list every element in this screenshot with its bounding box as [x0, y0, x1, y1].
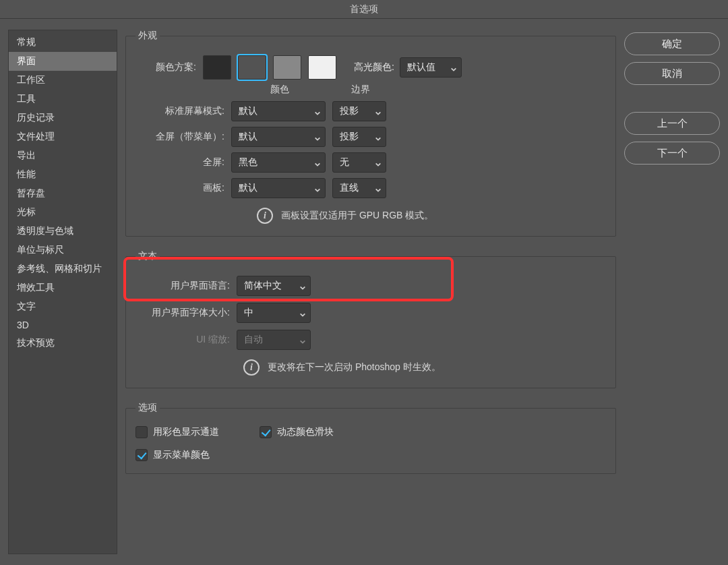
dialog-buttons: 确定 取消 上一个 下一个 [624, 30, 720, 554]
column-header-color: 颜色 [233, 84, 327, 96]
sidebar-item-11[interactable]: 单位与标尺 [9, 241, 117, 260]
options-group: 选项 用彩色显示通道 动态颜色滑块 显示菜单颜色 [125, 402, 616, 474]
ui-scale-label: UI 缩放: [135, 334, 230, 346]
screen-mode-color-value: 默认 [239, 182, 257, 194]
highlight-color-select[interactable]: 默认值 [400, 57, 462, 78]
checkbox-dynamic-sliders-label: 动态颜色滑块 [277, 426, 334, 438]
sidebar-item-6[interactable]: 导出 [9, 146, 117, 165]
ui-font-size-value: 中 [244, 307, 253, 319]
screen-mode-label-2: 全屏: [135, 156, 224, 169]
screen-mode-border-value: 投影 [340, 131, 359, 143]
checkbox-show-menu-colors[interactable]: 显示菜单颜色 [135, 449, 606, 461]
prev-button[interactable]: 上一个 [624, 112, 720, 135]
screen-mode-border-select-1[interactable]: 投影 [332, 127, 386, 147]
ok-button[interactable]: 确定 [624, 32, 720, 55]
sidebar-item-13[interactable]: 增效工具 [9, 278, 117, 297]
highlight-color-label: 高光颜色: [354, 61, 394, 73]
sidebar: 常规界面工作区工具历史记录文件处理导出性能暂存盘光标透明度与色域单位与标尺参考线… [8, 30, 117, 554]
chevron-down-icon [314, 133, 321, 140]
screen-mode-label-1: 全屏（带菜单）: [135, 131, 224, 143]
sidebar-item-3[interactable]: 工具 [9, 90, 117, 109]
sidebar-item-4[interactable]: 历史记录 [9, 109, 117, 127]
screen-mode-color-select-1[interactable]: 默认 [231, 127, 326, 147]
chevron-down-icon [299, 282, 306, 289]
screen-mode-color-value: 默认 [239, 105, 257, 117]
ui-scale-select: 自动 [237, 330, 311, 350]
screen-mode-border-value: 无 [340, 156, 349, 169]
screen-mode-border-select-3[interactable]: 直线 [332, 178, 386, 198]
chevron-down-icon [299, 336, 306, 343]
checkbox-color-channels-label: 用彩色显示通道 [153, 426, 219, 438]
chevron-down-icon [375, 108, 382, 115]
chevron-down-icon [375, 133, 382, 140]
text-info-text: 更改将在下一次启动 Photoshop 时生效。 [268, 361, 441, 374]
color-scheme-swatch-3[interactable] [308, 55, 336, 80]
screen-mode-color-select-2[interactable]: 黑色 [231, 152, 326, 173]
chevron-down-icon [375, 159, 382, 166]
appearance-group: 外观 颜色方案: 高光颜色: 默认值 颜色 边界 标准屏幕模式:默认投影全屏（带… [125, 30, 616, 237]
checkbox-color-channels[interactable]: 用彩色显示通道 [135, 426, 219, 438]
window-title: 首选项 [350, 3, 378, 16]
sidebar-item-10[interactable]: 透明度与色域 [9, 222, 117, 241]
screen-mode-color-value: 黑色 [239, 156, 257, 169]
sidebar-item-1[interactable]: 界面 [9, 52, 117, 71]
ui-font-size-label: 用户界面字体大小: [135, 307, 230, 319]
screen-mode-color-value: 默认 [239, 131, 257, 143]
sidebar-item-8[interactable]: 暂存盘 [9, 184, 117, 203]
checkbox-icon [260, 426, 272, 438]
ui-scale-value: 自动 [244, 334, 263, 346]
info-icon: i [257, 208, 273, 224]
ui-language-select[interactable]: 简体中文 [237, 276, 311, 296]
color-scheme-swatch-1[interactable] [238, 55, 266, 80]
appearance-info-text: 画板设置仅适用于 GPU RGB 模式。 [281, 210, 433, 222]
color-scheme-swatches [203, 55, 336, 80]
screen-mode-border-value: 直线 [340, 182, 359, 194]
screen-mode-border-select-0[interactable]: 投影 [332, 101, 386, 121]
color-scheme-swatch-2[interactable] [273, 55, 301, 80]
sidebar-item-16[interactable]: 技术预览 [9, 334, 117, 353]
checkbox-show-menu-colors-label: 显示菜单颜色 [153, 449, 210, 461]
sidebar-item-12[interactable]: 参考线、网格和切片 [9, 260, 117, 278]
chevron-down-icon [314, 185, 321, 191]
screen-mode-label-0: 标准屏幕模式: [135, 105, 224, 117]
sidebar-item-14[interactable]: 文字 [9, 297, 117, 316]
ui-font-size-select[interactable]: 中 [237, 303, 311, 323]
sidebar-item-2[interactable]: 工作区 [9, 71, 117, 90]
chevron-down-icon [450, 64, 457, 71]
color-scheme-swatch-0[interactable] [203, 55, 231, 80]
sidebar-item-9[interactable]: 光标 [9, 203, 117, 222]
highlight-color-value: 默认值 [407, 61, 435, 73]
checkbox-dynamic-sliders[interactable]: 动态颜色滑块 [260, 426, 334, 438]
screen-mode-color-select-0[interactable]: 默认 [231, 101, 326, 121]
sidebar-item-7[interactable]: 性能 [9, 165, 117, 184]
sidebar-item-5[interactable]: 文件处理 [9, 127, 117, 146]
appearance-legend: 外观 [135, 30, 160, 42]
column-header-border: 边界 [334, 84, 388, 96]
checkbox-icon [135, 426, 148, 438]
text-group: 文本 用户界面语言: 简体中文 用户界面字体大小: 中 UI 缩放: [125, 250, 616, 388]
screen-mode-border-select-2[interactable]: 无 [332, 152, 386, 173]
screen-mode-color-select-3[interactable]: 默认 [231, 178, 326, 198]
chevron-down-icon [375, 185, 382, 191]
sidebar-item-15[interactable]: 3D [9, 316, 117, 334]
checkbox-icon [135, 449, 148, 461]
info-icon: i [243, 359, 260, 376]
chevron-down-icon [314, 159, 321, 166]
cancel-button[interactable]: 取消 [624, 62, 720, 85]
chevron-down-icon [314, 108, 321, 115]
next-button[interactable]: 下一个 [624, 142, 720, 165]
sidebar-item-0[interactable]: 常规 [9, 33, 117, 52]
color-scheme-label: 颜色方案: [135, 61, 196, 73]
ui-language-value: 简体中文 [244, 280, 282, 292]
options-legend: 选项 [135, 402, 160, 414]
screen-mode-label-3: 画板: [135, 182, 224, 194]
chevron-down-icon [299, 309, 306, 316]
screen-mode-border-value: 投影 [340, 105, 359, 117]
